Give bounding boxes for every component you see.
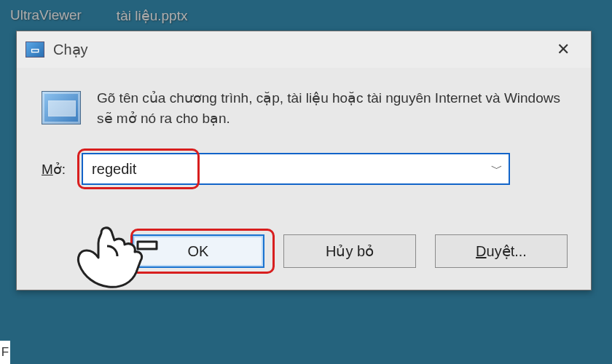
cancel-button[interactable]: Hủy bỏ	[283, 234, 416, 268]
close-icon: ✕	[557, 40, 570, 59]
run-dialog: ▭ Chạy ✕ Gõ tên của chương trình, cặp, t…	[16, 31, 592, 290]
dialog-title: Chạy	[53, 41, 88, 58]
open-input[interactable]	[82, 153, 510, 185]
browse-button[interactable]: Duyệt...	[435, 234, 568, 268]
close-button[interactable]: ✕	[546, 36, 581, 63]
partial-window-edge: F	[0, 341, 10, 364]
open-label: Mở:	[42, 161, 66, 178]
button-row: OK Hủy bỏ Duyệt...	[17, 234, 591, 290]
run-dialog-icon: ▭	[26, 41, 44, 58]
dialog-description: Gõ tên của chương trình, cặp, tài liệu h…	[97, 88, 566, 128]
ok-button[interactable]: OK	[132, 234, 264, 268]
titlebar: ▭ Chạy ✕	[17, 31, 591, 68]
run-large-icon	[42, 91, 81, 124]
